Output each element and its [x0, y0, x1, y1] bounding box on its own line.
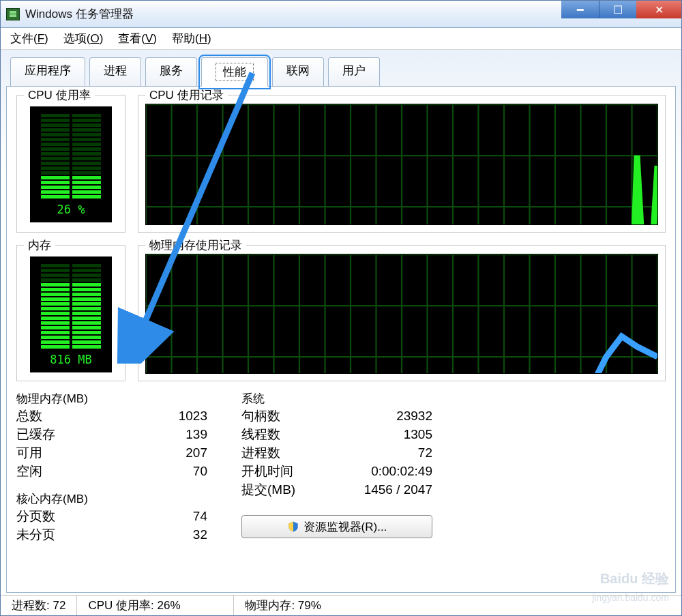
- kernel-paged: 74: [193, 507, 207, 525]
- group-phys-mem: 物理内存(MB) 总数1023 已缓存139 可用207 空闲70: [16, 391, 207, 480]
- phys-free: 70: [193, 462, 207, 480]
- group-system: 系统 句柄数23932 线程数1305 进程数72 开机时间0:00:02:49…: [241, 391, 432, 499]
- group-label: 物理内存使用记录: [145, 237, 246, 253]
- performance-panel: CPU 使用率 26 % CPU 使用记录 内存: [6, 86, 676, 593]
- phys-total: 1023: [179, 407, 207, 425]
- group-memory: 内存 816 MB: [16, 245, 125, 381]
- menu-file[interactable]: 文件(F): [10, 31, 48, 46]
- tab-users[interactable]: 用户: [328, 57, 380, 87]
- watermark-brand: Baidu 经验: [600, 570, 669, 588]
- close-button[interactable]: ✕: [636, 1, 681, 18]
- watermark-url: jingyan.baidu.com: [592, 592, 669, 603]
- status-mem: 79%: [298, 599, 321, 613]
- status-cpu: 26%: [157, 599, 180, 613]
- phys-cached: 139: [186, 425, 207, 443]
- sys-handles: 23932: [396, 407, 432, 425]
- menu-bar: 文件(F) 选项(O) 查看(V) 帮助(H): [1, 28, 681, 50]
- tab-bar: 应用程序 进程 服务 性能 联网 用户: [10, 57, 676, 87]
- resource-monitor-button[interactable]: 资源监视器(R)...: [241, 515, 432, 538]
- group-label: 系统: [241, 392, 265, 405]
- menu-view[interactable]: 查看(V): [118, 31, 157, 46]
- sys-uptime: 0:00:02:49: [371, 462, 432, 480]
- menu-help[interactable]: 帮助(H): [172, 31, 211, 46]
- cpu-pct-text: 26 %: [31, 203, 111, 216]
- group-cpu-history: CPU 使用记录: [138, 95, 666, 233]
- kernel-nonpaged: 32: [193, 525, 207, 544]
- window-title: Windows 任务管理器: [25, 6, 134, 22]
- cpu-meter: 26 %: [30, 106, 112, 222]
- group-label: 物理内存(MB): [16, 392, 88, 405]
- mem-mb-text: 816 MB: [31, 353, 111, 366]
- group-label: 核心内存(MB): [16, 493, 88, 505]
- status-bar: 进程数: 72 CPU 使用率: 26% 物理内存: 79%: [1, 595, 681, 615]
- group-cpu-usage: CPU 使用率 26 %: [16, 95, 125, 233]
- group-label: 内存: [24, 237, 55, 253]
- sys-threads: 1305: [404, 425, 432, 443]
- group-kernel-mem: 核心内存(MB) 分页数74 未分页32: [16, 491, 207, 544]
- mem-meter: 816 MB: [30, 256, 112, 372]
- tab-performance[interactable]: 性能: [201, 57, 268, 87]
- status-procs: 72: [53, 599, 65, 613]
- task-manager-window: Windows 任务管理器 ━ ☐ ✕ 文件(F) 选项(O) 查看(V) 帮助…: [0, 0, 682, 616]
- cpu-history-graph: [145, 104, 658, 225]
- app-icon: [6, 8, 20, 20]
- minimize-button[interactable]: ━: [561, 1, 599, 18]
- tab-network[interactable]: 联网: [272, 57, 324, 87]
- menu-option[interactable]: 选项(O): [63, 31, 104, 46]
- shield-icon: [287, 520, 299, 533]
- title-bar[interactable]: Windows 任务管理器 ━ ☐ ✕: [1, 1, 681, 28]
- phys-avail: 207: [186, 443, 207, 462]
- tab-services[interactable]: 服务: [145, 57, 197, 87]
- group-mem-history: 物理内存使用记录: [138, 245, 666, 381]
- tab-processes[interactable]: 进程: [89, 57, 141, 87]
- sys-commit: 1456 / 2047: [364, 480, 432, 499]
- group-label: CPU 使用记录: [145, 87, 228, 103]
- tab-apps[interactable]: 应用程序: [10, 57, 85, 87]
- mem-history-graph: [145, 254, 658, 374]
- maximize-button[interactable]: ☐: [599, 1, 636, 18]
- group-label: CPU 使用率: [24, 87, 95, 103]
- sys-procs: 72: [418, 443, 432, 462]
